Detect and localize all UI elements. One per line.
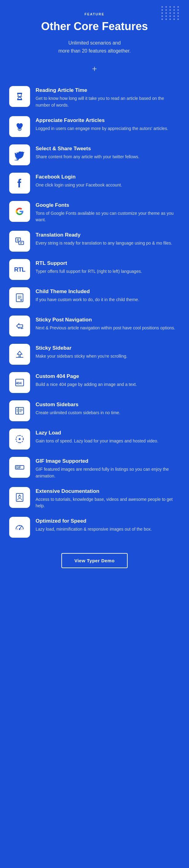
feature-item-appreciate: Appreciate Favorite Articles Logged in u… bbox=[9, 116, 180, 137]
page-wrapper: FEATURE Other Core Features Unlimited sc… bbox=[0, 0, 189, 587]
feature-item-reading-time: Reading Article Time Get to know how lon… bbox=[9, 86, 180, 108]
feature-text-child-theme: Child Theme Included If you have custom … bbox=[36, 287, 180, 303]
feature-title-404: Custom 404 Page bbox=[36, 373, 180, 379]
feature-title-documentation: Extensive Documentation bbox=[36, 488, 180, 494]
feature-title-sticky-nav: Sticky Post Navigation bbox=[36, 317, 180, 323]
feature-text-lazy-load: Lazy Load Gain tons of speed. Lazy load … bbox=[36, 429, 180, 444]
feature-title-child-theme: Child Theme Included bbox=[36, 288, 180, 294]
feature-title-appreciate: Appreciate Favorite Articles bbox=[36, 117, 180, 124]
feature-text-gif: GIF Image Supported GIF featured images … bbox=[36, 457, 180, 479]
feature-icon-box-sticky-nav bbox=[9, 315, 30, 336]
feature-desc-404: Build a nice 404 page by adding an image… bbox=[36, 381, 180, 388]
feature-item-404: 404 Custom 404 Page Build a nice 404 pag… bbox=[9, 372, 180, 393]
feature-item-lazy-load: Lazy Load Gain tons of speed. Lazy load … bbox=[9, 429, 180, 450]
feature-title-lazy-load: Lazy Load bbox=[36, 430, 180, 436]
feature-desc-speed: Lazy load, minimification & responsive i… bbox=[36, 526, 180, 533]
feature-icon-box-appreciate bbox=[9, 116, 30, 137]
feature-icon-box-speed bbox=[9, 517, 30, 538]
feature-text-documentation: Extensive Documentation Access to tutori… bbox=[36, 487, 180, 509]
svg-rect-22 bbox=[16, 407, 24, 414]
feature-desc-facebook: One click login using your Facebook acco… bbox=[36, 182, 180, 189]
feature-icon-box-facebook bbox=[9, 173, 30, 193]
feature-item-speed: Optimized for Speed Lazy load, minimific… bbox=[9, 517, 180, 538]
feature-icon-box-sticky-sidebar bbox=[9, 344, 30, 365]
google-icon bbox=[14, 206, 25, 217]
feature-text-speed: Optimized for Speed Lazy load, minimific… bbox=[36, 517, 180, 533]
feature-item-documentation: Extensive Documentation Access to tutori… bbox=[9, 487, 180, 509]
view-demo-button[interactable]: View Typer Demo bbox=[61, 553, 127, 568]
child-theme-icon bbox=[14, 292, 25, 303]
feature-text-reading-time: Reading Article Time Get to know how lon… bbox=[36, 86, 180, 108]
feature-text-sticky-sidebar: Sticky Sidebar Make your sidebars sticky… bbox=[36, 344, 180, 360]
svg-point-18 bbox=[21, 328, 23, 329]
feature-item-child-theme: Child Theme Included If you have custom … bbox=[9, 287, 180, 308]
feature-text-appreciate: Appreciate Favorite Articles Logged in u… bbox=[36, 116, 180, 132]
404-icon: 404 bbox=[14, 377, 25, 388]
feature-desc-tweets: Share content from any article with your… bbox=[36, 154, 180, 160]
feature-icon-box-404: 404 bbox=[9, 372, 30, 393]
feature-title-gif: GIF Image Supported bbox=[36, 458, 180, 464]
feature-desc-child-theme: If you have custom work to do, do it in … bbox=[36, 297, 180, 303]
feature-desc-appreciate: Logged in users can engage more by appre… bbox=[36, 125, 180, 132]
feature-desc-lazy-load: Gain tons of speed. Lazy load for your i… bbox=[36, 438, 180, 444]
feature-title-facebook: Facebook Login bbox=[36, 174, 180, 180]
feature-text-tweets: Select & Share Tweets Share content from… bbox=[36, 145, 180, 160]
feature-item-google: Google Fonts Tons of Google Fonts availa… bbox=[9, 201, 180, 223]
feature-desc-documentation: Access to tutorials, knowledge base, vid… bbox=[36, 496, 180, 509]
svg-text:GIF: GIF bbox=[16, 466, 21, 469]
feature-icon-box-google bbox=[9, 201, 30, 222]
feature-title-translation: Translation Ready bbox=[36, 232, 180, 238]
feature-title-rtl: RTL Support bbox=[36, 260, 180, 267]
feature-item-sticky-sidebar: Sticky Sidebar Make your sidebars sticky… bbox=[9, 344, 180, 365]
facebook-icon bbox=[14, 178, 25, 189]
feature-icon-box-documentation bbox=[9, 487, 30, 508]
lazy-load-icon bbox=[14, 434, 25, 444]
rtl-text-icon: RTL bbox=[14, 266, 25, 273]
feature-desc-custom-sidebars: Create unlimited custom sidebars in no t… bbox=[36, 410, 180, 416]
svg-rect-0 bbox=[17, 93, 22, 94]
feature-title-custom-sidebars: Custom Sidebars bbox=[36, 402, 180, 408]
feature-title-tweets: Select & Share Tweets bbox=[36, 146, 180, 152]
gif-icon: GIF bbox=[14, 462, 25, 473]
svg-text:404: 404 bbox=[16, 381, 22, 385]
cta-section: View Typer Demo bbox=[9, 553, 180, 568]
feature-item-sticky-nav: Sticky Post Navigation Next & Previous a… bbox=[9, 315, 180, 336]
svg-point-43 bbox=[19, 528, 21, 530]
feature-label: FEATURE bbox=[9, 12, 180, 16]
svg-rect-12 bbox=[16, 294, 23, 302]
feature-desc-sticky-nav: Next & Previous article navigation withi… bbox=[36, 325, 180, 332]
feature-title-sticky-sidebar: Sticky Sidebar bbox=[36, 345, 180, 351]
features-list: Reading Article Time Get to know how lon… bbox=[9, 86, 180, 538]
feature-item-gif: GIF GIF Image Supported GIF featured ima… bbox=[9, 457, 180, 479]
feature-icon-box-lazy-load bbox=[9, 429, 30, 450]
custom-sidebars-icon bbox=[14, 405, 25, 416]
feature-text-404: Custom 404 Page Build a nice 404 page by… bbox=[36, 372, 180, 388]
feature-item-custom-sidebars: Custom Sidebars Create unlimited custom … bbox=[9, 400, 180, 421]
heart-icon bbox=[14, 121, 25, 132]
feature-desc-sticky-sidebar: Make your sidebars sticky when you're sc… bbox=[36, 353, 180, 360]
feature-desc-translation: Every string is ready for translation to… bbox=[36, 240, 180, 247]
plus-icon: + bbox=[9, 64, 180, 74]
feature-icon-box-custom-sidebars bbox=[9, 400, 30, 421]
feature-text-custom-sidebars: Custom Sidebars Create unlimited custom … bbox=[36, 400, 180, 416]
hourglass-icon bbox=[14, 91, 25, 102]
feature-desc-google: Tons of Google Fonts available so you ca… bbox=[36, 210, 180, 223]
svg-point-4 bbox=[19, 128, 20, 130]
navigation-icon bbox=[14, 320, 25, 332]
feature-item-facebook: Facebook Login One click login using you… bbox=[9, 173, 180, 193]
feature-title-google: Google Fonts bbox=[36, 202, 180, 208]
feature-text-rtl: RTL Support Typer offers full support fo… bbox=[36, 259, 180, 275]
feature-title-speed: Optimized for Speed bbox=[36, 518, 180, 524]
translation-icon bbox=[14, 236, 25, 247]
feature-icon-box-child-theme bbox=[9, 287, 30, 308]
feature-item-translation: Translation Ready Every string is ready … bbox=[9, 231, 180, 252]
svg-point-31 bbox=[19, 438, 21, 440]
sticky-sidebar-icon bbox=[14, 349, 25, 360]
feature-text-facebook: Facebook Login One click login using you… bbox=[36, 173, 180, 189]
dots-decoration bbox=[161, 6, 180, 20]
feature-text-google: Google Fonts Tons of Google Fonts availa… bbox=[36, 201, 180, 223]
section-title: Other Core Features bbox=[9, 20, 180, 33]
feature-icon-box-tweets bbox=[9, 145, 30, 165]
feature-text-sticky-nav: Sticky Post Navigation Next & Previous a… bbox=[36, 315, 180, 332]
feature-icon-box-translation bbox=[9, 231, 30, 252]
